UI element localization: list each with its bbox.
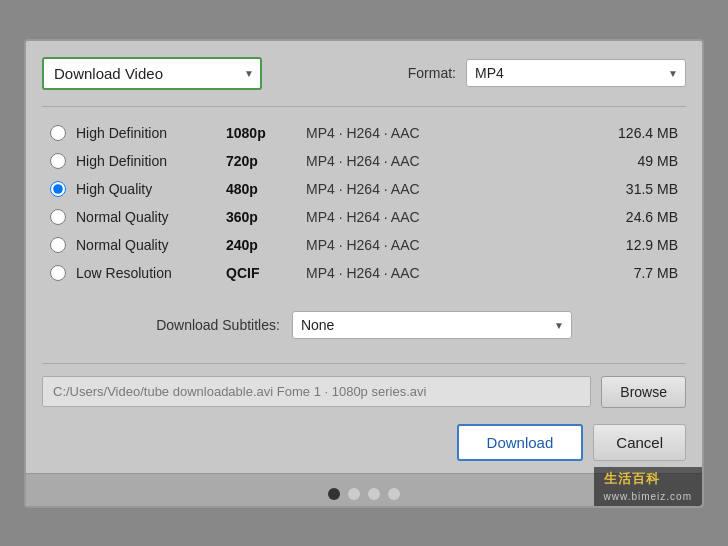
download-type-select[interactable]: Download Video Download Audio — [42, 57, 262, 90]
pagination-dot-2[interactable] — [368, 488, 380, 500]
download-type-wrapper: Download Video Download Audio ▼ — [42, 57, 262, 90]
quality-size: 12.9 MB — [598, 237, 678, 253]
quality-radio-nq360[interactable] — [50, 209, 66, 225]
quality-item: High Definition 1080p MP4 · H264 · AAC 1… — [42, 119, 686, 147]
watermark: 生活百科 www.bimeiz.com — [594, 467, 702, 506]
format-row: Format: MP4 MKV AVI MOV ▼ — [408, 59, 686, 87]
quality-name: High Definition — [76, 153, 226, 169]
pagination-dot-3[interactable] — [388, 488, 400, 500]
subtitles-label: Download Subtitles: — [156, 317, 280, 333]
quality-name: High Quality — [76, 181, 226, 197]
quality-list: High Definition 1080p MP4 · H264 · AAC 1… — [42, 119, 686, 287]
quality-radio-hd1080[interactable] — [50, 125, 66, 141]
action-row: Download Cancel — [42, 424, 686, 461]
quality-size: 24.6 MB — [598, 209, 678, 225]
quality-format: MP4 · H264 · AAC — [306, 237, 598, 253]
quality-resolution: QCIF — [226, 265, 306, 281]
quality-item: Normal Quality 360p MP4 · H264 · AAC 24.… — [42, 203, 686, 231]
quality-item: High Definition 720p MP4 · H264 · AAC 49… — [42, 147, 686, 175]
quality-size: 49 MB — [598, 153, 678, 169]
format-select-wrapper: MP4 MKV AVI MOV ▼ — [466, 59, 686, 87]
quality-format: MP4 · H264 · AAC — [306, 265, 598, 281]
cancel-button[interactable]: Cancel — [593, 424, 686, 461]
format-select[interactable]: MP4 MKV AVI MOV — [466, 59, 686, 87]
quality-size: 31.5 MB — [598, 181, 678, 197]
browse-button[interactable]: Browse — [601, 376, 686, 408]
quality-name: Normal Quality — [76, 237, 226, 253]
quality-name: High Definition — [76, 125, 226, 141]
quality-resolution: 720p — [226, 153, 306, 169]
download-dialog: Download Video Download Audio ▼ Format: … — [24, 39, 704, 508]
quality-format: MP4 · H264 · AAC — [306, 153, 598, 169]
quality-resolution: 480p — [226, 181, 306, 197]
divider-top — [42, 106, 686, 107]
quality-item: Normal Quality 240p MP4 · H264 · AAC 12.… — [42, 231, 686, 259]
pagination-dot-0[interactable] — [328, 488, 340, 500]
divider-mid — [42, 363, 686, 364]
quality-item: High Quality 480p MP4 · H264 · AAC 31.5 … — [42, 175, 686, 203]
quality-radio-hd720[interactable] — [50, 153, 66, 169]
subtitles-select-wrapper: None English Chinese Spanish ▼ — [292, 311, 572, 339]
download-button[interactable]: Download — [457, 424, 584, 461]
quality-size: 126.4 MB — [598, 125, 678, 141]
watermark-sub: www.bimeiz.com — [604, 491, 692, 502]
top-row: Download Video Download Audio ▼ Format: … — [42, 57, 686, 90]
pagination-row — [328, 488, 400, 500]
format-label: Format: — [408, 65, 456, 81]
filepath-row: C:/Users/Video/tube downloadable.avi Fom… — [42, 376, 686, 408]
quality-radio-hq480[interactable] — [50, 181, 66, 197]
watermark-text: 生活百科 — [604, 471, 660, 486]
quality-format: MP4 · H264 · AAC — [306, 209, 598, 225]
quality-format: MP4 · H264 · AAC — [306, 181, 598, 197]
filepath-input[interactable]: C:/Users/Video/tube downloadable.avi Fom… — [42, 376, 591, 407]
subtitles-row: Download Subtitles: None English Chinese… — [42, 303, 686, 347]
quality-resolution: 240p — [226, 237, 306, 253]
quality-radio-nq240[interactable] — [50, 237, 66, 253]
pagination-dot-1[interactable] — [348, 488, 360, 500]
quality-resolution: 360p — [226, 209, 306, 225]
quality-name: Low Resolution — [76, 265, 226, 281]
quality-resolution: 1080p — [226, 125, 306, 141]
quality-item: Low Resolution QCIF MP4 · H264 · AAC 7.7… — [42, 259, 686, 287]
quality-format: MP4 · H264 · AAC — [306, 125, 598, 141]
subtitles-select[interactable]: None English Chinese Spanish — [292, 311, 572, 339]
quality-size: 7.7 MB — [598, 265, 678, 281]
quality-name: Normal Quality — [76, 209, 226, 225]
quality-radio-lrqcif[interactable] — [50, 265, 66, 281]
